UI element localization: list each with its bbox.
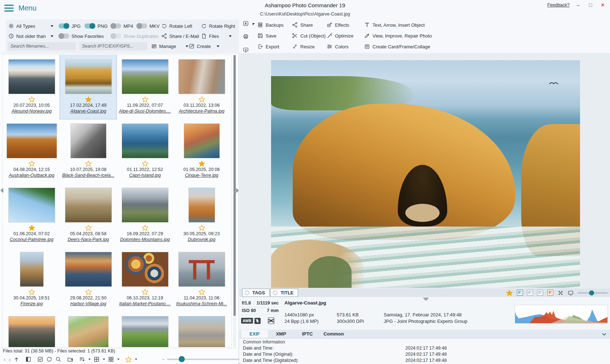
- favorite-star-icon[interactable]: [29, 161, 35, 167]
- thumbnail-filename[interactable]: Itsukushima-Schrein-Mi...: [176, 301, 227, 306]
- thumbnail-image[interactable]: [122, 123, 169, 158]
- thumbnail-alpe-di-siusi[interactable]: 11.09.2022, 07:07 Alpe-di-Siusi-Dolomite…: [117, 55, 173, 119]
- thumbnail-filename[interactable]: Firenze.jpg: [21, 301, 43, 306]
- rotate-left-button[interactable]: Rotate Left: [161, 23, 201, 29]
- thumbnail-filename[interactable]: Architecture-Palma.jpg: [179, 109, 224, 114]
- thumbnail-filename[interactable]: Deers-Nara-Park.jpg: [67, 237, 109, 242]
- not-older-than-dropdown[interactable]: Not older than: [8, 33, 53, 39]
- thumbnail-harbor-village[interactable]: 29.08.2022, 21:50 Harbor-Village.jpg: [60, 247, 117, 312]
- favorite-star-icon[interactable]: [199, 289, 205, 295]
- thumbnail-filename[interactable]: Alesund-Norway.jpg: [12, 109, 52, 114]
- thumbnail-size-icon[interactable]: [108, 356, 114, 363]
- thumbnail-image[interactable]: [122, 316, 169, 347]
- favorite-star-icon[interactable]: [142, 96, 148, 102]
- thumbnail-filename[interactable]: Alpe-di-Siusi-Dolomites....: [119, 109, 171, 114]
- scrollbar-thumb[interactable]: [234, 55, 236, 316]
- preview-photo[interactable]: [271, 60, 580, 288]
- panel-layout-icon[interactable]: [25, 356, 31, 363]
- favorite-star-icon[interactable]: [199, 225, 205, 231]
- thumbnail-filename[interactable]: Italian-Market-Positano....: [119, 301, 170, 306]
- thumbnail-filename[interactable]: Cinque-Terre.jpg: [185, 173, 218, 178]
- favorite-star-icon[interactable]: [199, 161, 205, 167]
- favorite-star-icon[interactable]: [85, 161, 92, 167]
- collapse-corner-icon[interactable]: [253, 23, 255, 25]
- minimize-button[interactable]: –: [575, 2, 582, 8]
- thumbnail-algarve-coast[interactable]: 17.02.2024, 17:49 Algarve-Coast.jpg: [60, 55, 117, 119]
- thumbnail-scrollbar[interactable]: [233, 54, 236, 347]
- thumbnail-image[interactable]: [8, 188, 55, 223]
- thumbnail-image[interactable]: [65, 188, 112, 223]
- search-filenames-input[interactable]: [8, 42, 76, 50]
- highlight-view-icon[interactable]: [547, 290, 553, 296]
- favorite-star-icon[interactable]: [506, 290, 513, 296]
- thumbnail-australian-outback[interactable]: 04.08.2024, 12:15 Australian-Outback.jpg: [3, 119, 60, 183]
- monitor-icon[interactable]: [567, 290, 574, 296]
- thumbnail-dolomites-mountains[interactable]: 16.09.2022, 07:29 Dolomites-Mountains.jp…: [117, 183, 173, 247]
- export-button[interactable]: Export: [257, 44, 292, 50]
- thumbnail-image[interactable]: [70, 123, 106, 158]
- collapse-right-arrow-icon[interactable]: [236, 188, 239, 193]
- create-dropdown[interactable]: Create: [188, 43, 219, 49]
- favorites-filter-icon[interactable]: [125, 356, 132, 363]
- resize-button[interactable]: Resize: [292, 44, 326, 50]
- tab-iptc[interactable]: IPTC: [294, 330, 321, 338]
- chevron-down-icon[interactable]: [135, 359, 137, 360]
- compare-view-icon[interactable]: [517, 290, 523, 296]
- split-view-icon[interactable]: [527, 290, 533, 296]
- thumbnail-partial-1[interactable]: [3, 312, 60, 347]
- thumbnail-image[interactable]: [178, 316, 225, 347]
- favorite-star-icon[interactable]: [142, 161, 148, 167]
- zoom-slider-knob[interactable]: [179, 356, 185, 362]
- create-card-frame-collage-button[interactable]: Create Card/Frame/Collage: [364, 44, 432, 50]
- favorite-star-icon[interactable]: [29, 96, 35, 102]
- thumbnail-partial-2[interactable]: [60, 312, 117, 347]
- backups-button[interactable]: Backups: [257, 22, 292, 28]
- thumbnail-filename[interactable]: Coconut-Palmtree.jpg: [10, 237, 53, 242]
- jpg-toggle[interactable]: JPG: [58, 23, 84, 29]
- thumbnail-image[interactable]: [65, 252, 112, 287]
- thumbnail-image[interactable]: [178, 59, 225, 94]
- favorite-star-icon[interactable]: [85, 225, 92, 231]
- thumbnail-image[interactable]: [65, 59, 112, 94]
- thumbnail-filename[interactable]: Dolomites-Mountains.jpg: [120, 237, 170, 242]
- thumbnail-cinque-terre[interactable]: 01.05.2025, 20:06 Cinque-Terre.jpg: [173, 119, 230, 183]
- mp4-toggle[interactable]: MP4: [110, 23, 136, 29]
- view-grid-icon[interactable]: [93, 356, 100, 363]
- thumbnail-image[interactable]: [68, 316, 109, 347]
- thumbnail-itsukushima[interactable]: 11.04.2023, 11:06 Itsukushima-Schrein-Mi…: [173, 247, 230, 312]
- sort-icon[interactable]: [79, 356, 85, 363]
- png-toggle[interactable]: PNG: [84, 23, 110, 29]
- back-icon[interactable]: ‹: [4, 356, 6, 363]
- thumbnail-filename[interactable]: Australian-Outback.jpg: [9, 173, 54, 178]
- print-button[interactable]: [243, 34, 249, 40]
- thumbnail-black-sand-beach[interactable]: 10.07.2025, 19:08 Black-Sand-Beach-Icela…: [60, 119, 117, 183]
- thumbnail-deers-nara-park[interactable]: 05.04.2023, 08:58 Deers-Nara-Park.jpg: [60, 183, 117, 247]
- fullscreen-icon[interactable]: [557, 290, 563, 296]
- tab-xmp[interactable]: XMP: [268, 330, 294, 338]
- thumbnail-image[interactable]: [20, 252, 44, 287]
- thumbnail-image[interactable]: [122, 252, 169, 287]
- rotate-right-button[interactable]: Rotate Right: [201, 23, 235, 29]
- thumbnail-firenze[interactable]: 30.04.2025, 19:51 Firenze.jpg: [3, 247, 60, 312]
- refresh-icon[interactable]: [46, 356, 52, 363]
- tab-common[interactable]: Common: [321, 330, 347, 338]
- menu-button[interactable]: Menu: [4, 4, 36, 12]
- feedback-link[interactable]: Feedback?: [547, 3, 570, 8]
- thumbnail-image[interactable]: [122, 188, 169, 223]
- favorite-star-icon[interactable]: [29, 225, 35, 231]
- share-button[interactable]: Share: [292, 22, 326, 28]
- pdf-export-button[interactable]: [243, 20, 249, 26]
- thumbnail-image[interactable]: [184, 123, 220, 158]
- favorite-star-icon[interactable]: [85, 96, 92, 102]
- thumbnail-alesund-norway[interactable]: 20.07.2023, 10:05 Alesund-Norway.jpg: [3, 55, 60, 119]
- cut-object-button[interactable]: Cut (Object): [292, 33, 326, 39]
- thumbnail-filename[interactable]: Capri-Island.jpg: [129, 173, 161, 178]
- maximize-button[interactable]: □: [587, 2, 594, 8]
- checkbox-select-icon[interactable]: [37, 356, 43, 363]
- close-button[interactable]: ×: [599, 2, 606, 8]
- thumbnail-image[interactable]: [178, 252, 225, 287]
- show-on-monitor-button[interactable]: [243, 47, 249, 53]
- grid-view-icon[interactable]: [537, 290, 543, 296]
- search-icon[interactable]: [55, 356, 61, 363]
- thumbnail-image[interactable]: [8, 59, 55, 94]
